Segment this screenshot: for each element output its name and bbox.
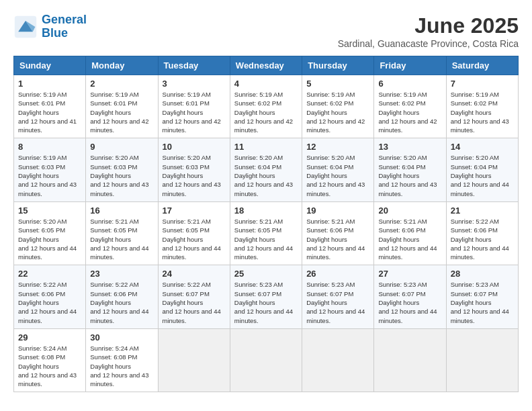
day-number: 27 — [378, 269, 441, 279]
day-info: Sunrise: 5:19 AMSunset: 6:02 PMDaylight … — [451, 90, 514, 134]
table-row: 19 Sunrise: 5:21 AMSunset: 6:06 PMDaylig… — [302, 201, 374, 265]
table-row: 2 Sunrise: 5:19 AMSunset: 6:01 PMDayligh… — [86, 75, 158, 138]
day-number: 9 — [90, 142, 153, 152]
day-number: 3 — [163, 79, 226, 89]
day-info: Sunrise: 5:24 AMSunset: 6:08 PMDaylight … — [90, 344, 153, 388]
day-number: 4 — [234, 79, 298, 89]
table-row: 15 Sunrise: 5:20 AMSunset: 6:05 PMDaylig… — [14, 201, 86, 265]
day-info: Sunrise: 5:21 AMSunset: 6:06 PMDaylight … — [378, 217, 441, 261]
table-row: 26 Sunrise: 5:23 AMSunset: 6:07 PMDaylig… — [302, 265, 374, 328]
day-info: Sunrise: 5:22 AMSunset: 6:06 PMDaylight … — [18, 280, 81, 324]
day-number: 15 — [18, 205, 81, 216]
table-row: 1 Sunrise: 5:19 AMSunset: 6:01 PMDayligh… — [14, 75, 86, 138]
logo-line1: General — [42, 13, 87, 26]
day-number: 5 — [306, 79, 369, 89]
table-row: 5 Sunrise: 5:19 AMSunset: 6:02 PMDayligh… — [302, 75, 374, 138]
table-row: 8 Sunrise: 5:19 AMSunset: 6:03 PMDayligh… — [14, 138, 86, 201]
logo-icon — [13, 15, 38, 39]
table-row: 21 Sunrise: 5:22 AMSunset: 6:06 PMDaylig… — [446, 201, 518, 265]
table-row: 18 Sunrise: 5:21 AMSunset: 6:05 PMDaylig… — [230, 201, 302, 265]
day-info: Sunrise: 5:21 AMSunset: 6:05 PMDaylight … — [234, 217, 298, 261]
day-info: Sunrise: 5:20 AMSunset: 6:04 PMDaylight … — [451, 153, 514, 197]
day-info: Sunrise: 5:24 AMSunset: 6:08 PMDaylight … — [18, 344, 81, 388]
day-number: 7 — [451, 79, 514, 89]
day-info: Sunrise: 5:21 AMSunset: 6:06 PMDaylight … — [306, 217, 369, 261]
logo-text: General Blue — [42, 13, 87, 40]
col-monday: Monday — [86, 56, 158, 75]
day-number: 13 — [378, 142, 441, 152]
col-friday: Friday — [374, 56, 446, 75]
day-info: Sunrise: 5:20 AMSunset: 6:03 PMDaylight … — [90, 153, 153, 197]
table-row: 17 Sunrise: 5:21 AMSunset: 6:05 PMDaylig… — [158, 201, 230, 265]
table-row: 14 Sunrise: 5:20 AMSunset: 6:04 PMDaylig… — [446, 138, 518, 201]
day-number: 14 — [451, 142, 514, 152]
calendar-table: Sunday Monday Tuesday Wednesday Thursday… — [13, 56, 519, 392]
day-number: 21 — [451, 205, 514, 216]
col-saturday: Saturday — [446, 56, 518, 75]
day-info: Sunrise: 5:19 AMSunset: 6:02 PMDaylight … — [306, 90, 369, 134]
table-row — [230, 328, 302, 392]
col-wednesday: Wednesday — [230, 56, 302, 75]
day-info: Sunrise: 5:19 AMSunset: 6:01 PMDaylight … — [90, 90, 153, 134]
day-number: 19 — [306, 205, 369, 216]
table-row: 24 Sunrise: 5:22 AMSunset: 6:07 PMDaylig… — [158, 265, 230, 328]
day-info: Sunrise: 5:23 AMSunset: 6:07 PMDaylight … — [378, 280, 441, 324]
day-info: Sunrise: 5:23 AMSunset: 6:07 PMDaylight … — [451, 280, 514, 324]
day-info: Sunrise: 5:20 AMSunset: 6:04 PMDaylight … — [234, 153, 298, 197]
day-info: Sunrise: 5:20 AMSunset: 6:03 PMDaylight … — [163, 153, 226, 197]
col-tuesday: Tuesday — [158, 56, 230, 75]
day-number: 23 — [90, 269, 153, 279]
day-number: 8 — [18, 142, 81, 152]
day-number: 20 — [378, 205, 441, 216]
location-subtitle: Sardinal, Guanacaste Province, Costa Ric… — [338, 38, 519, 49]
table-row: 13 Sunrise: 5:20 AMSunset: 6:04 PMDaylig… — [374, 138, 446, 201]
table-row — [374, 328, 446, 392]
day-number: 18 — [234, 205, 298, 216]
day-info: Sunrise: 5:21 AMSunset: 6:05 PMDaylight … — [163, 217, 226, 261]
day-number: 1 — [18, 79, 81, 89]
day-info: Sunrise: 5:19 AMSunset: 6:03 PMDaylight … — [18, 153, 81, 197]
day-info: Sunrise: 5:22 AMSunset: 6:06 PMDaylight … — [90, 280, 153, 324]
day-number: 29 — [18, 332, 81, 342]
day-number: 17 — [163, 205, 226, 216]
day-info: Sunrise: 5:19 AMSunset: 6:01 PMDaylight … — [18, 90, 81, 134]
table-row: 22 Sunrise: 5:22 AMSunset: 6:06 PMDaylig… — [14, 265, 86, 328]
title-area: June 2025 Sardinal, Guanacaste Province,… — [338, 13, 519, 49]
day-number: 6 — [378, 79, 441, 89]
day-number: 26 — [306, 269, 369, 279]
day-number: 16 — [90, 205, 153, 216]
table-row — [302, 328, 374, 392]
table-row: 27 Sunrise: 5:23 AMSunset: 6:07 PMDaylig… — [374, 265, 446, 328]
table-row: 10 Sunrise: 5:20 AMSunset: 6:03 PMDaylig… — [158, 138, 230, 201]
table-row — [446, 328, 518, 392]
col-sunday: Sunday — [14, 56, 86, 75]
table-row: 6 Sunrise: 5:19 AMSunset: 6:02 PMDayligh… — [374, 75, 446, 138]
day-info: Sunrise: 5:19 AMSunset: 6:02 PMDaylight … — [378, 90, 441, 134]
day-number: 30 — [90, 332, 153, 342]
day-number: 25 — [234, 269, 298, 279]
table-row: 30 Sunrise: 5:24 AMSunset: 6:08 PMDaylig… — [86, 328, 158, 392]
day-number: 10 — [163, 142, 226, 152]
day-info: Sunrise: 5:19 AMSunset: 6:01 PMDaylight … — [163, 90, 226, 134]
table-row: 11 Sunrise: 5:20 AMSunset: 6:04 PMDaylig… — [230, 138, 302, 201]
day-info: Sunrise: 5:22 AMSunset: 6:07 PMDaylight … — [163, 280, 226, 324]
day-info: Sunrise: 5:20 AMSunset: 6:05 PMDaylight … — [18, 217, 81, 261]
page-header: General Blue June 2025 Sardinal, Guanaca… — [13, 13, 519, 49]
day-number: 28 — [451, 269, 514, 279]
table-row: 23 Sunrise: 5:22 AMSunset: 6:06 PMDaylig… — [86, 265, 158, 328]
day-number: 2 — [90, 79, 153, 89]
day-info: Sunrise: 5:23 AMSunset: 6:07 PMDaylight … — [234, 280, 298, 324]
day-number: 11 — [234, 142, 298, 152]
table-row: 3 Sunrise: 5:19 AMSunset: 6:01 PMDayligh… — [158, 75, 230, 138]
table-row: 9 Sunrise: 5:20 AMSunset: 6:03 PMDayligh… — [86, 138, 158, 201]
table-row: 16 Sunrise: 5:21 AMSunset: 6:05 PMDaylig… — [86, 201, 158, 265]
logo-line2: Blue — [42, 26, 68, 40]
day-info: Sunrise: 5:20 AMSunset: 6:04 PMDaylight … — [306, 153, 369, 197]
day-number: 22 — [18, 269, 81, 279]
day-info: Sunrise: 5:19 AMSunset: 6:02 PMDaylight … — [234, 90, 298, 134]
col-thursday: Thursday — [302, 56, 374, 75]
day-info: Sunrise: 5:23 AMSunset: 6:07 PMDaylight … — [306, 280, 369, 324]
table-row: 25 Sunrise: 5:23 AMSunset: 6:07 PMDaylig… — [230, 265, 302, 328]
day-number: 24 — [163, 269, 226, 279]
day-info: Sunrise: 5:21 AMSunset: 6:05 PMDaylight … — [90, 217, 153, 261]
